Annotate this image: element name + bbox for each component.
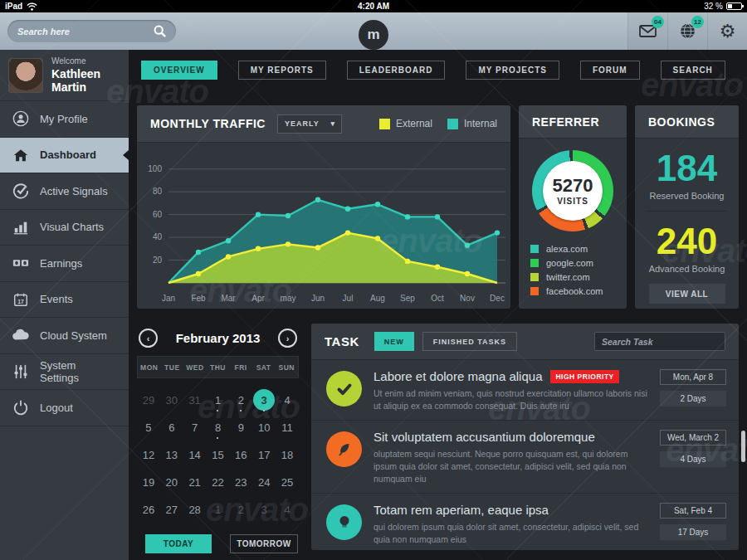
messages-button[interactable]: 04 — [627, 12, 667, 50]
calendar-day[interactable]: 17 — [252, 445, 276, 465]
task-days-chip[interactable]: 4 Days — [660, 451, 726, 467]
finished-tasks-button[interactable]: FINISHED TASKS — [422, 332, 517, 351]
global-search[interactable] — [7, 20, 176, 42]
legend-label: Internal — [464, 118, 497, 129]
calendar-day[interactable]: 1 — [207, 499, 230, 519]
task-date-chip[interactable]: Sat, Feb 4 — [660, 503, 726, 519]
new-task-button[interactable]: NEW — [374, 332, 414, 351]
calendar-day[interactable]: 16 — [229, 445, 252, 465]
scrollbar[interactable] — [741, 431, 745, 462]
calendar-widget: ‹ February 2013 › MONTUEWEDTHUFRISATSUN … — [137, 325, 299, 553]
user-welcome-block[interactable]: Welcome Kathleen Martin — [0, 50, 129, 101]
task-row[interactable]: Totam rem aperiam, eaque ipsa qui dolore… — [311, 494, 739, 553]
sidebar-item-my-profile[interactable]: My Profile — [0, 101, 129, 138]
settings-button[interactable]: ⚙ — [707, 12, 747, 50]
tab-forum[interactable]: FORUM — [580, 61, 640, 80]
calendar-day[interactable]: 7 — [183, 417, 207, 437]
calendar-day[interactable]: 30 — [160, 390, 183, 410]
task-item-title: Sit voluptatem accusantium doloremque — [374, 430, 595, 444]
task-days-chip[interactable]: 2 Days — [660, 391, 726, 407]
task-date-chip[interactable]: Wed, March 2 — [660, 430, 726, 446]
calendar-day[interactable]: 10 — [252, 417, 276, 437]
check-icon — [326, 371, 362, 407]
tab-overview[interactable]: OVERVIEW — [141, 61, 217, 80]
calendar-day[interactable]: 19 — [137, 472, 160, 492]
calendar-day[interactable]: 6 — [160, 417, 183, 437]
calendar-day[interactable]: 14 — [183, 445, 207, 465]
calendar-day[interactable]: 21 — [183, 472, 207, 492]
period-dropdown[interactable]: YEARLY ▾ — [277, 114, 342, 134]
calendar-day[interactable]: 4 — [276, 499, 299, 519]
calendar-day-header: WED — [183, 363, 207, 372]
svg-text:Mar: Mar — [221, 294, 236, 303]
calendar-day[interactable]: 4 — [276, 390, 299, 410]
calendar-day-header: THU — [207, 363, 230, 372]
app-logo: m — [359, 20, 388, 50]
calendar-day[interactable]: 22 — [207, 472, 230, 492]
sidebar-item-label: Events — [40, 293, 73, 305]
reserved-booking-value: 184 — [635, 150, 739, 187]
calendar-day[interactable]: 12 — [137, 445, 160, 465]
task-row[interactable]: Sit voluptatem accusantium doloremque ol… — [311, 421, 739, 494]
svg-text:Apr: Apr — [251, 294, 265, 303]
tomorrow-button[interactable]: TOMORROW — [230, 534, 298, 553]
task-search-box[interactable] — [594, 332, 725, 351]
task-date-chip[interactable]: Mon, Apr 8 — [660, 369, 726, 385]
calendar-day-header: MON — [138, 363, 161, 372]
task-search-input[interactable] — [602, 337, 719, 347]
calendar-day[interactable]: 2 — [229, 499, 252, 519]
calendar-day[interactable]: 26 — [137, 499, 160, 519]
calendar-day[interactable]: 1 — [207, 390, 230, 410]
calendar-prev-button[interactable]: ‹ — [139, 329, 158, 348]
sidebar-item-dashboard[interactable]: Dashboard — [0, 138, 129, 174]
network-button[interactable]: 12 — [667, 12, 707, 50]
money-icon — [12, 254, 30, 272]
calendar-day[interactable]: 5 — [137, 417, 160, 437]
calendar-next-button[interactable]: › — [278, 329, 297, 348]
calendar-day[interactable]: 15 — [207, 445, 230, 465]
calendar-day[interactable]: 2 — [229, 390, 252, 410]
calendar-day[interactable]: 8 — [207, 417, 230, 437]
calendar-day[interactable]: 25 — [276, 472, 299, 492]
divider — [647, 211, 727, 212]
search-input[interactable] — [17, 27, 154, 37]
sidebar-item-visual-charts[interactable]: Visual Charts — [0, 210, 129, 246]
check-circle-icon — [12, 182, 30, 200]
calendar-day[interactable]: 28 — [183, 499, 207, 519]
calendar-day[interactable]: 18 — [276, 445, 299, 465]
svg-text:Aug: Aug — [370, 294, 385, 303]
legend-swatch — [530, 259, 539, 267]
sidebar-item-events[interactable]: 17 Events — [0, 282, 129, 319]
tab-my-reports[interactable]: MY REPORTS — [238, 61, 326, 80]
today-button[interactable]: TODAY — [145, 534, 212, 553]
battery-icon — [726, 2, 742, 10]
calendar-day[interactable]: 11 — [276, 417, 299, 437]
sidebar-item-system-settings[interactable]: System Settings — [0, 354, 129, 391]
sidebar-item-earnings[interactable]: Earnings — [0, 246, 129, 282]
task-row[interactable]: Labore et dolore magna aliqua HIGH PRIOR… — [311, 360, 739, 421]
tab-search[interactable]: SEARCH — [661, 61, 725, 80]
welcome-label: Welcome — [51, 56, 120, 66]
calendar-day[interactable]: 13 — [160, 445, 183, 465]
tab-leaderboard[interactable]: LEADERBOARD — [347, 61, 446, 80]
sidebar-item-active-signals[interactable]: Active Signals — [0, 173, 129, 210]
task-days-chip[interactable]: 17 Days — [660, 524, 726, 540]
calendar-day[interactable]: 3 — [252, 499, 276, 519]
svg-text:Jun: Jun — [311, 294, 325, 303]
power-icon — [12, 398, 30, 416]
calendar-day[interactable]: 27 — [160, 499, 183, 519]
calendar-day[interactable]: 23 — [229, 472, 252, 492]
calendar-day[interactable]: 24 — [252, 472, 276, 492]
view-all-button[interactable]: VIEW ALL — [649, 284, 725, 304]
sidebar-item-cloud-system[interactable]: Cloud System — [0, 318, 129, 354]
calendar-day-selected[interactable]: 3 — [252, 390, 276, 410]
svg-text:60: 60 — [153, 210, 163, 219]
legend-label: google.com — [546, 258, 593, 268]
calendar-day[interactable]: 20 — [160, 472, 183, 492]
calendar-day[interactable]: 31 — [183, 390, 207, 410]
tab-my-projects[interactable]: MY PROJECTS — [466, 61, 559, 80]
sidebar-item-logout[interactable]: Logout — [0, 390, 129, 426]
calendar-day[interactable]: 29 — [137, 390, 160, 410]
referrer-legend-item: twitter.com — [530, 270, 615, 284]
calendar-day[interactable]: 9 — [229, 417, 252, 437]
